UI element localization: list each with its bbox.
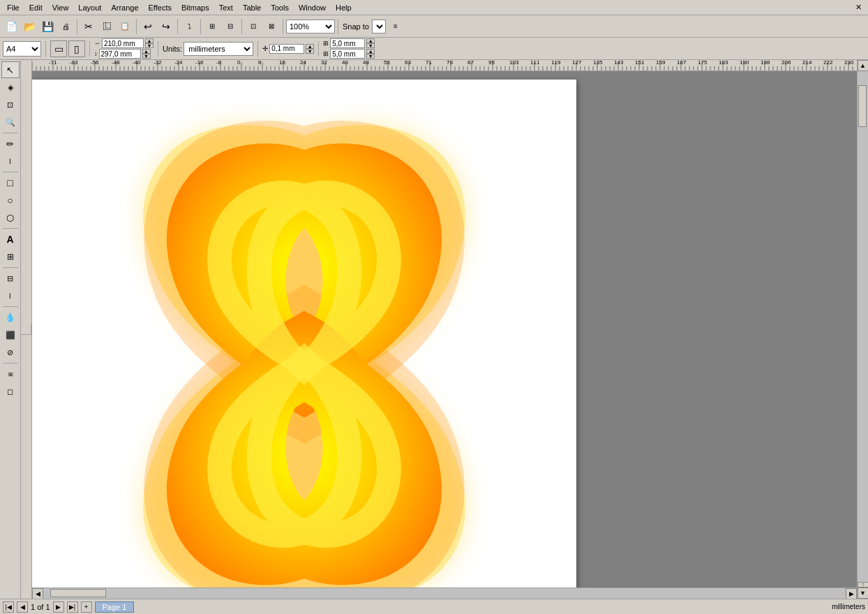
height-down[interactable]: ▼	[142, 54, 151, 59]
canvas-area: ◀ ▶	[32, 60, 857, 599]
blend-tool[interactable]: ≋	[1, 366, 20, 382]
menu-file[interactable]: File	[3, 2, 24, 13]
canvas-scroll[interactable]	[32, 71, 857, 587]
freehand-tool[interactable]: ✏	[1, 135, 20, 152]
menu-table[interactable]: Table	[239, 2, 265, 13]
menu-layout[interactable]: Layout	[74, 2, 105, 13]
scroll-down-button[interactable]: ▼	[858, 587, 869, 599]
vertical-ruler	[21, 60, 32, 599]
menu-text[interactable]: Text	[215, 2, 237, 13]
save-button[interactable]: 💾	[39, 18, 56, 35]
grid-h-input[interactable]	[330, 38, 365, 48]
last-page-button[interactable]: ▶|	[67, 601, 78, 613]
height-input[interactable]	[99, 49, 141, 59]
dropper-tool[interactable]: 💧	[1, 309, 20, 326]
page-info: 1 of 1	[31, 603, 50, 611]
undo-button[interactable]: ↩	[140, 18, 156, 35]
height-icon: ↕	[94, 50, 98, 57]
text-tool[interactable]: A	[1, 231, 20, 248]
toolbox: ↖ ◈ ⊡ 🔍 ✏ ⌇ □ ○ ⬡ A ⊞ ⊟ ⌇ 💧 ⬛ ⊘ ≋ ◻	[0, 60, 21, 599]
app-close-button[interactable]: ✕	[852, 1, 865, 13]
snap-group: Snap to	[341, 20, 386, 33]
crop-tool[interactable]: ⊡	[1, 96, 20, 113]
scroll-grip[interactable]: ⋮	[858, 582, 869, 587]
dimension-tool[interactable]: ⊟	[1, 270, 20, 287]
ungroup-button[interactable]: ⊠	[263, 18, 280, 35]
height-up[interactable]: ▲	[142, 49, 151, 54]
new-button[interactable]: 📄	[3, 18, 20, 35]
transform-button[interactable]: ⊞	[204, 18, 220, 35]
align-button[interactable]: ⊟	[222, 18, 239, 35]
menubar: File Edit View Layout Arrange Effects Bi…	[0, 0, 868, 15]
add-page-button[interactable]: +	[81, 601, 92, 613]
print-button[interactable]: 🖨	[57, 18, 74, 35]
smart-fill-tool[interactable]: ⊘	[1, 344, 20, 361]
shape-tool[interactable]: ◈	[1, 79, 20, 96]
nudge-input[interactable]	[269, 44, 304, 54]
menu-window[interactable]: Window	[294, 2, 330, 13]
tool-sep-3	[3, 228, 18, 229]
menu-tools[interactable]: Tools	[267, 2, 293, 13]
scroll-thumb[interactable]	[50, 589, 106, 597]
zoom-tool[interactable]: 🔍	[1, 114, 20, 130]
menu-view[interactable]: View	[48, 2, 73, 13]
grid-v-up[interactable]: ▲	[366, 49, 375, 54]
page-tab[interactable]: Page 1	[95, 601, 135, 613]
grid-v-down[interactable]: ▼	[366, 54, 375, 59]
group-button[interactable]: ⊡	[245, 18, 262, 35]
separator-p1	[45, 41, 46, 57]
polygon-tool[interactable]: ⬡	[1, 209, 20, 226]
scroll-left-button[interactable]: ◀	[32, 588, 43, 599]
ellipse-tool[interactable]: ○	[1, 192, 20, 209]
snap-select[interactable]	[372, 20, 386, 33]
scroll-track[interactable]	[43, 588, 846, 599]
connector-tool[interactable]: ⌇	[1, 287, 20, 304]
smart-draw-tool[interactable]: ⌇	[1, 153, 20, 170]
menu-edit[interactable]: Edit	[25, 2, 47, 13]
zoom-group: 100%	[286, 20, 335, 33]
property-toolbar: A4 ▭ ▯ ↔ ▲ ▼ ↕ ▲ ▼ Units: millimeters	[0, 38, 868, 60]
units-select[interactable]: millimeters	[184, 42, 253, 56]
snap-extra-button[interactable]: ≡	[387, 18, 404, 35]
menu-arrange[interactable]: Arrange	[107, 2, 142, 13]
width-icon: ↔	[94, 40, 100, 47]
grid-h-down[interactable]: ▼	[366, 43, 375, 48]
page-size-select[interactable]: A4	[3, 41, 41, 57]
landscape-button[interactable]: ▯	[68, 40, 85, 57]
separator-5	[241, 19, 242, 34]
width-spinner: ▲ ▼	[145, 38, 154, 48]
grid-h-up[interactable]: ▲	[366, 38, 375, 43]
select-tool[interactable]: ↖	[1, 61, 20, 78]
portrait-button[interactable]: ▭	[50, 40, 67, 57]
paste-button[interactable]: 📋	[117, 18, 133, 35]
scroll-up-button[interactable]: ▲	[858, 60, 869, 71]
nudge-up[interactable]: ▲	[306, 44, 314, 49]
cut-button[interactable]: ✂	[80, 18, 97, 35]
table-tool[interactable]: ⊞	[1, 248, 20, 265]
fill-tool[interactable]: ⬛	[1, 327, 20, 343]
rectangle-tool[interactable]: □	[1, 174, 20, 191]
menu-effects[interactable]: Effects	[144, 2, 176, 13]
open-button[interactable]: 📂	[21, 18, 38, 35]
prev-page-button[interactable]: ◀	[17, 601, 28, 613]
nudge-down[interactable]: ▼	[306, 49, 314, 54]
menu-bitmaps[interactable]: Bitmaps	[177, 2, 214, 13]
main-layout: ↖ ◈ ⊡ 🔍 ✏ ⌇ □ ○ ⬡ A ⊞ ⊟ ⌇ 💧 ⬛ ⊘ ≋ ◻	[0, 60, 868, 599]
redo-button[interactable]: ↪	[158, 18, 174, 35]
first-page-button[interactable]: |◀	[3, 601, 14, 613]
nudge-group: ✛ ▲ ▼	[262, 44, 314, 54]
vscroll-thumb[interactable]	[858, 85, 867, 127]
width-down[interactable]: ▼	[145, 43, 154, 48]
grid-group: ⊞ ▲ ▼ ⊞ ▲ ▼	[323, 38, 375, 59]
import-button[interactable]: ⤵	[181, 18, 197, 35]
next-page-button[interactable]: ▶	[53, 601, 64, 613]
width-up[interactable]: ▲	[145, 38, 154, 43]
transparency-tool[interactable]: ◻	[1, 383, 20, 400]
vscroll-track[interactable]	[858, 71, 869, 582]
copy-button[interactable]: ⿺	[98, 18, 115, 35]
scroll-right-button[interactable]: ▶	[846, 588, 857, 599]
menu-help[interactable]: Help	[331, 2, 356, 13]
grid-v-input[interactable]	[330, 49, 365, 59]
zoom-select[interactable]: 100%	[286, 20, 335, 33]
width-input[interactable]	[102, 38, 144, 48]
